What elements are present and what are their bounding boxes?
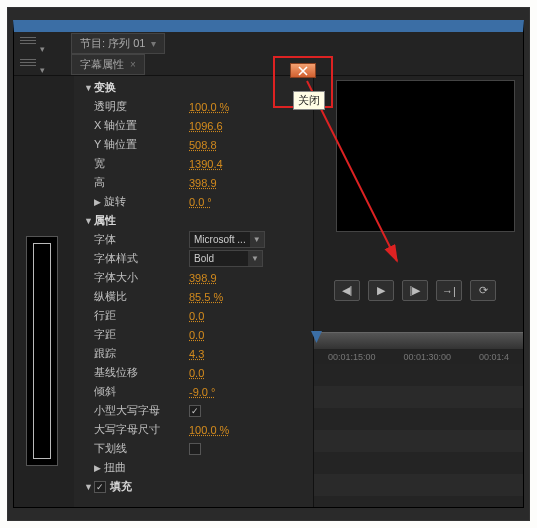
twirl-icon[interactable]: ▶ <box>94 463 104 473</box>
value-baseline[interactable]: 0.0 <box>189 367 204 379</box>
group-distort: 扭曲 <box>104 460 199 475</box>
close-icon <box>298 66 308 76</box>
panel-grip-icon[interactable] <box>20 59 36 71</box>
value-width[interactable]: 1390.4 <box>189 158 223 170</box>
twirl-icon[interactable]: ▼ <box>84 482 94 492</box>
play-button[interactable]: ▶ <box>368 280 394 301</box>
combo-font[interactable]: Microsoft ...▼ <box>189 231 265 248</box>
value-height[interactable]: 398.9 <box>189 177 217 189</box>
value-slant[interactable]: -9.0 ° <box>189 386 215 398</box>
group-transform: 变换 <box>94 80 116 95</box>
tooltip-close: 关闭 <box>293 91 325 110</box>
label-opacity: 透明度 <box>94 99 189 114</box>
tab-titleprops-label: 字幕属性 <box>80 57 124 72</box>
timeline-tracks[interactable] <box>314 364 523 507</box>
combo-fontstyle-text: Bold <box>190 253 248 264</box>
value-fontsize[interactable]: 398.9 <box>189 272 217 284</box>
left-strip <box>14 76 74 507</box>
step-back-button[interactable]: ◀| <box>334 280 360 301</box>
tab-chevron-icon[interactable]: ▾ <box>151 38 156 49</box>
timeline-ruler[interactable] <box>314 332 523 350</box>
transport-controls: ◀| ▶ |▶ →| ⟳ <box>334 280 496 301</box>
chevron-down-icon: ▼ <box>248 251 262 266</box>
label-kerning: 字距 <box>94 327 189 342</box>
twirl-icon[interactable]: ▶ <box>94 197 104 207</box>
time-label: 00:01:4 <box>479 352 509 362</box>
panel-menu-icon[interactable] <box>40 59 51 70</box>
go-to-in-button[interactable]: →| <box>436 280 462 301</box>
label-baseline: 基线位移 <box>94 365 189 380</box>
value-x[interactable]: 1096.6 <box>189 120 223 132</box>
value-rotation[interactable]: 0.0 ° <box>189 196 212 208</box>
label-font: 字体 <box>94 232 189 247</box>
checkbox-smallcaps[interactable]: ✓ <box>189 405 201 417</box>
label-width: 宽 <box>94 156 189 171</box>
label-aspect: 纵横比 <box>94 289 189 304</box>
panel-tab-row: 字幕属性 × <box>14 54 523 76</box>
value-opacity[interactable]: 100.0 % <box>189 101 229 113</box>
label-smallcaps: 小型大写字母 <box>94 403 189 418</box>
time-label-row: 00:01:15:00 00:01:30:00 00:01:4 <box>314 350 523 364</box>
value-y[interactable]: 508.8 <box>189 139 217 151</box>
combo-font-text: Microsoft ... <box>190 234 250 245</box>
label-fontsize: 字体大小 <box>94 270 189 285</box>
step-forward-button[interactable]: |▶ <box>402 280 428 301</box>
tab-close-icon[interactable]: × <box>130 59 136 70</box>
label-underline: 下划线 <box>94 441 189 456</box>
checkbox-fill[interactable]: ✓ <box>94 481 106 493</box>
label-x: X 轴位置 <box>94 118 189 133</box>
chevron-down-icon: ▼ <box>250 232 264 247</box>
content-row: ▼变换 透明度100.0 % X 轴位置1096.6 Y 轴位置508.8 宽1… <box>14 76 523 507</box>
label-tracking: 跟踪 <box>94 346 189 361</box>
checkbox-underline[interactable] <box>189 443 201 455</box>
title-properties-panel: ▼变换 透明度100.0 % X 轴位置1096.6 Y 轴位置508.8 宽1… <box>74 76 313 507</box>
label-smallcapsize: 大写字母尺寸 <box>94 422 189 437</box>
time-label: 00:01:30:00 <box>403 352 451 362</box>
time-label: 00:01:15:00 <box>328 352 376 362</box>
label-fontstyle: 字体样式 <box>94 251 189 266</box>
main-window: 节目: 序列 01 ▾ 字幕属性 × ▼变换 透明度100.0 % X 轴位置1… <box>13 20 524 508</box>
left-preview-thumb <box>26 236 58 466</box>
tab-sequence[interactable]: 节目: 序列 01 ▾ <box>71 33 165 54</box>
value-leading[interactable]: 0.0 <box>189 310 204 322</box>
label-y: Y 轴位置 <box>94 137 189 152</box>
label-leading: 行距 <box>94 308 189 323</box>
top-tab-row: 节目: 序列 01 ▾ <box>14 32 523 54</box>
panel-grip-icon[interactable] <box>20 37 36 49</box>
value-smallcapsize[interactable]: 100.0 % <box>189 424 229 436</box>
program-monitor-area: ◀| ▶ |▶ →| ⟳ 00:01:15:00 00:01:30:00 00:… <box>313 76 523 507</box>
label-height: 高 <box>94 175 189 190</box>
panel-close-button[interactable] <box>290 63 316 78</box>
group-fill: 填充 <box>110 479 132 494</box>
value-kerning[interactable]: 0.0 <box>189 329 204 341</box>
twirl-icon[interactable]: ▼ <box>84 83 94 93</box>
panel-menu-icon[interactable] <box>40 38 51 49</box>
group-attributes: 属性 <box>94 213 116 228</box>
twirl-icon[interactable]: ▼ <box>84 216 94 226</box>
loop-button[interactable]: ⟳ <box>470 280 496 301</box>
program-monitor[interactable] <box>336 80 515 232</box>
value-aspect[interactable]: 85.5 % <box>189 291 223 303</box>
tab-sequence-label: 节目: 序列 01 <box>80 36 145 51</box>
combo-fontstyle[interactable]: Bold▼ <box>189 250 263 267</box>
tab-title-properties[interactable]: 字幕属性 × <box>71 54 145 75</box>
value-tracking[interactable]: 4.3 <box>189 348 204 360</box>
label-rotation: 旋转 <box>104 194 189 209</box>
label-slant: 倾斜 <box>94 384 189 399</box>
